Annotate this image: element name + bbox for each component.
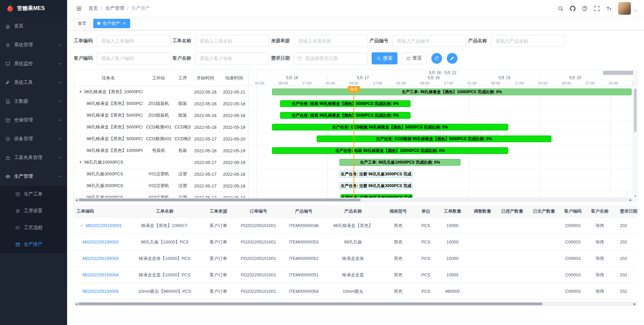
gantt-grid-row[interactable]: 96孔孔板3000PCS Y01注塑机 注塑 2022-05-17 2022-0…: [74, 168, 248, 180]
gantt-body: 今天 生产工单: 96孔移液盒【黑色】10000PCS 完成比例: 0% 生产任…: [249, 86, 637, 198]
v-scrollbar-thumb[interactable]: [634, 89, 637, 132]
table-row: MO202205150003 移液盒盒体【10000】PCS客户订单 PO202…: [74, 250, 637, 267]
refresh-icon: [434, 56, 439, 61]
scroll-right-arrow[interactable]: ▶: [629, 198, 633, 202]
gantt-task-grid: 任务名 工作站 工序 开始时间 结束时间 96孔移液盒【黑色】10000PCS …: [74, 70, 249, 202]
day-label: 5月 17: [327, 75, 398, 80]
collapse-triangle-icon[interactable]: [79, 90, 82, 94]
filter-source-doc: 来源单据: [271, 35, 368, 47]
table-horizontal-scrollbar[interactable]: ◀ ▶: [74, 302, 637, 306]
work-order-code-input[interactable]: [97, 35, 170, 47]
breadcrumb-home[interactable]: 首页: [89, 5, 98, 11]
document-icon: [5, 99, 10, 104]
gantt-grid-row[interactable]: 96孔孔板3000PCS Y02注塑机 注塑 2022-05-17 2022-0…: [74, 180, 248, 192]
filter-customer-code: 客户编码: [74, 52, 170, 64]
gantt-grid-row[interactable]: 96孔孔板10000PCS 2022-05-17 2022-05-19: [74, 157, 248, 168]
gantt-bar-selected[interactable]: 生产任务: 注塑 96孔孔板3000PCS 完成: [339, 182, 413, 189]
sidebar-item-process-flow[interactable]: 工艺流程: [0, 219, 67, 236]
gantt-grid-row[interactable]: 96孔移液盒【黑色】5000PCS Z01组装机 组装 2022-05-16 2…: [74, 98, 248, 110]
gantt-bar[interactable]: 生产任务: 组装 96孔移液盒【黑色】5000PCS 完成比例: 0%: [280, 112, 411, 119]
gantt-day-scale: 5月 16 5月 17 5月 18 5月 19 5月 20: [249, 75, 637, 81]
breadcrumb-production[interactable]: 生产管理: [105, 5, 124, 11]
customer-name-input[interactable]: [195, 52, 269, 64]
demand-date-input[interactable]: [294, 52, 368, 64]
gantt-bar[interactable]: 生产任务: 包装 96孔移液盒【黑色】10000PCS 完成比例: 0%: [272, 147, 508, 154]
reset-button[interactable]: 重置: [401, 52, 427, 64]
gantt-bar[interactable]: 生产工单: 96孔移液盒【黑色】10000PCS 完成比例: 0%: [272, 89, 632, 95]
sidebar-item-production[interactable]: 生产管理: [0, 167, 67, 186]
sidebar-item-fixtures[interactable]: 工装夹具管理: [0, 148, 67, 167]
chevron-down-icon: [58, 156, 62, 160]
app-logo: 苦糖果MES: [0, 0, 67, 17]
gantt-grid-row[interactable]: 96孔移液盒【黑色】10000PCS 2022-05-16 2022-05-21: [74, 86, 248, 98]
table-row: MO202205150002 96孔孔板【10000】PCS客户订单 PO202…: [74, 234, 637, 250]
gantt-grid-row[interactable]: 96孔移液盒【黑色】5000PCS CCD检测#02 CCD检测 2022-05…: [74, 133, 248, 145]
sidebar-toggle-button[interactable]: [74, 3, 84, 13]
sidebar-item-equipment[interactable]: 设备管理: [0, 129, 67, 148]
sidebar-item-scheduling[interactable]: 生产排产: [0, 236, 67, 253]
caret-down-icon[interactable]: [633, 9, 637, 13]
gantt-bar[interactable]: 生产任务: CCD检测 96孔移液盒【黑色】5000PCS 完成比例: 0%: [317, 136, 551, 142]
chevron-down-icon: [58, 99, 62, 103]
scroll-left-arrow[interactable]: ◀: [74, 302, 78, 306]
sidebar-item-process-setup[interactable]: 工序设置: [0, 203, 67, 219]
work-order-link[interactable]: MO202205150002: [83, 239, 119, 245]
avatar[interactable]: [618, 2, 631, 15]
gantt-grid-row[interactable]: 96孔移液盒【黑色】10000PCS 包装机 包装 2022-05-16 202…: [74, 145, 248, 157]
gantt-grid-header: 任务名 工作站 工序 开始时间 结束时间: [74, 70, 248, 86]
sidebar-item-master-data[interactable]: 主数据: [0, 92, 67, 111]
sidebar-item-work-order[interactable]: 生产工单: [0, 186, 67, 203]
sidebar-item-monitoring[interactable]: 系统监控: [0, 54, 67, 73]
work-order-table: 工单编码 工单名称 工单来源 订单编号 产品编号 产品名称 规格型号 单位 工单…: [74, 205, 637, 300]
work-order-link[interactable]: MO202205150001: [86, 223, 122, 228]
fullscreen-button[interactable]: [591, 3, 602, 14]
lock-icon: [5, 155, 10, 160]
sidebar-item-home[interactable]: 首页: [0, 17, 67, 36]
gantt-bar[interactable]: 生产工单: 96孔孔板10000PCS 完成比例: 0%: [339, 159, 461, 166]
edit-icon: [15, 192, 20, 197]
work-order-link[interactable]: MO202205150005: [83, 289, 119, 294]
gantt-vertical-scrollbar[interactable]: ▼: [633, 70, 637, 198]
filter-customer-name: 客户名称: [172, 52, 269, 64]
h-scrollbar-thumb[interactable]: [78, 303, 542, 305]
tags-view-bar: 首页 生产排产: [67, 17, 644, 30]
scroll-right-arrow[interactable]: ▶: [633, 302, 637, 306]
work-order-name-input[interactable]: [195, 35, 269, 47]
gantt-chart: 任务名 工作站 工序 开始时间 结束时间 96孔移液盒【黑色】10000PCS …: [74, 70, 637, 202]
h-scrollbar-thumb[interactable]: [79, 199, 361, 201]
tab-scheduling[interactable]: 生产排产: [93, 19, 130, 28]
product-code-input[interactable]: [392, 35, 466, 47]
gantt-horizontal-scrollbar[interactable]: ◀ ▶: [74, 198, 633, 202]
table-row: MO202205150004 移液盒盒盖【10000】PCS客户订单 PO202…: [74, 267, 637, 283]
layout-size-button[interactable]: [603, 3, 614, 14]
question-icon: [582, 6, 588, 11]
work-order-link[interactable]: MO202205150004: [83, 272, 119, 277]
edit-circle-button[interactable]: [447, 53, 458, 64]
github-button[interactable]: [567, 3, 578, 14]
collapse-triangle-icon[interactable]: [79, 161, 82, 164]
help-button[interactable]: [579, 3, 590, 14]
page-content: 工单编码 工单名称 来源单据 产品编号 产品名称 客户编码: [67, 30, 644, 325]
gantt-grid-row[interactable]: 96孔移液盒【黑色】5000PCS Z02组装机 组装 2022-05-16 2…: [74, 110, 248, 121]
refresh-circle-button[interactable]: [431, 53, 442, 64]
work-order-link[interactable]: MO202205150003: [83, 256, 119, 261]
timeline-scroll-indicator[interactable]: [603, 71, 634, 75]
product-name-input[interactable]: [491, 35, 565, 47]
gantt-bar[interactable]: 生产任务: 组装 96孔移液盒【黑色】5000PCS 完成比例: 0%: [280, 100, 411, 107]
scroll-left-arrow[interactable]: ◀: [74, 198, 78, 202]
gantt-bar[interactable]: 生产任务: CCD检测 96孔移液盒【黑色】5000PCS 完成比例: 0%: [272, 124, 508, 130]
sidebar-item-tools[interactable]: 系统工具: [0, 73, 67, 92]
sidebar-item-warehouse[interactable]: 仓储管理: [0, 111, 67, 129]
search-button[interactable]: 搜索: [372, 52, 397, 64]
source-doc-input[interactable]: [294, 35, 368, 47]
close-icon[interactable]: [122, 21, 126, 25]
sidebar-item-system-mgmt[interactable]: 系统管理: [0, 36, 67, 54]
row-expand-chevron-icon[interactable]: [79, 223, 84, 227]
header-search-button[interactable]: [555, 3, 566, 14]
gantt-grid-row[interactable]: 96孔移液盒【黑色】5000PCS CCD检测#01 CCD检测 2022-05…: [74, 121, 248, 133]
chevron-down-icon: [58, 80, 62, 85]
tab-home[interactable]: 首页: [74, 19, 91, 28]
gantt-hour-scale: 01:0009:0017:00 01:0009:0017:00 01:0009:…: [249, 81, 637, 86]
customer-code-input[interactable]: [97, 52, 170, 64]
gantt-bar-selected[interactable]: 生产任务: 注塑 96孔孔板3000PCS 完成: [339, 171, 413, 177]
